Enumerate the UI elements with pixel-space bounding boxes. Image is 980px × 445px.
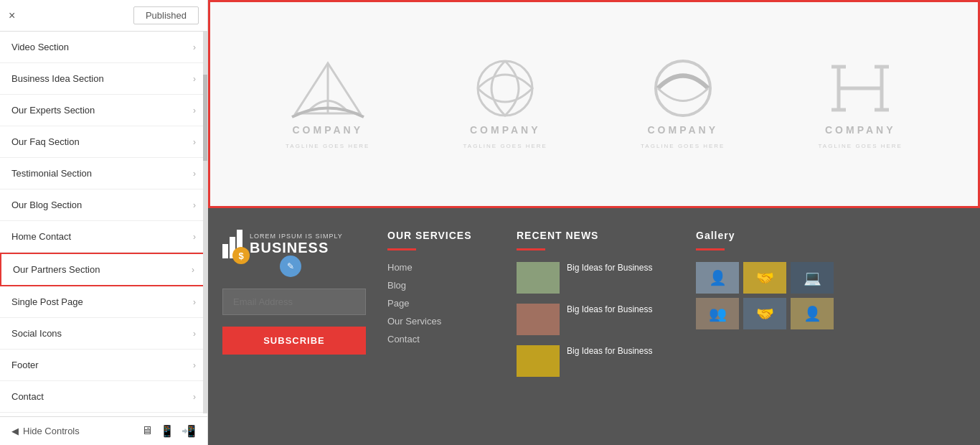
brand-subtitle: LOREM IPSUM IS SIMPLY [250,233,343,240]
brand-logo: $ LOREM IPSUM IS SIMPLY BUSINESS [222,230,366,258]
hide-controls-button[interactable]: ◀ Hide Controls [11,426,80,436]
chevron-icon: › [193,169,196,179]
bar1 [222,244,228,258]
bar3: $ [237,230,242,258]
brand-title: BUSINESS [250,240,343,256]
chevron-icon: › [193,42,196,52]
gallery-thumb-inner: 👥 [696,298,739,329]
service-link[interactable]: Contact [387,334,495,345]
footer-brand-column: $ LOREM IPSUM IS SIMPLY BUSINESS ✎ SUBSC… [222,230,366,431]
service-link[interactable]: Blog [387,280,495,291]
company-name-2: COMPANY [470,124,541,136]
chevron-icon: › [192,265,194,275]
news-title[interactable]: Big Ideas for Business [567,304,652,316]
sidebar-item-social-icons[interactable]: Social Icons› [0,318,207,350]
edit-icon[interactable]: ✎ [280,256,301,277]
news-thumb-inner [517,262,560,294]
footer-news-column: RECENT NEWS Big Ideas for Business Big I… [517,230,674,431]
sidebar-item-contact[interactable]: Contact› [0,381,207,413]
sidebar-item-business-idea-section[interactable]: Business Idea Section› [0,63,207,95]
sidebar-item-home-contact[interactable]: Home Contact› [0,221,207,253]
gallery-thumb-inner: 🤝 [743,262,786,294]
sidebar-item-single-post-page[interactable]: Single Post Page› [0,286,207,318]
gallery-thumb-inner: 🤝 [743,298,786,329]
sidebar-item-our-blog-section[interactable]: Our Blog Section› [0,189,207,221]
sidebar-item-label: Video Section [11,42,69,52]
news-item: Big Ideas for Business [517,262,674,294]
sidebar-item-label: Home Contact [11,231,71,242]
sidebar-item-label: Contact [11,391,44,402]
brand-text: LOREM IPSUM IS SIMPLY BUSINESS [250,233,343,256]
sidebar-footer: ◀ Hide Controls 🖥 📱 📲 [0,416,207,445]
chevron-icon: › [193,329,196,339]
gallery-thumb-inner: 💻 [791,262,834,294]
footer-services-column: OUR SERVICES HomeBlogPageOur ServicesCon… [387,230,495,431]
gallery-thumb[interactable]: 👤 [696,262,739,294]
gallery-thumb[interactable]: 💻 [791,262,834,294]
device-icons: 🖥 📱 📲 [141,424,196,438]
partners-section: COMPANY TAGLINE GOES HERE COMPANY TAGLIN… [208,0,980,208]
sidebar-item-label: Business Idea Section [11,73,104,84]
company-logo-4: COMPANY TAGLINE GOES HERE [819,60,903,149]
company-name-3: COMPANY [647,124,718,136]
company-name-4: COMPANY [825,124,896,136]
published-button[interactable]: Published [133,6,199,24]
sidebar-item-label: Social Icons [11,328,62,339]
news-item: Big Ideas for Business [517,345,674,377]
sidebar-item-footer[interactable]: Footer› [0,350,207,381]
company-tagline-1: TAGLINE GOES HERE [286,143,369,149]
brand-icon: $ [222,230,242,258]
sidebar-item-our-faq-section[interactable]: Our Faq Section› [0,126,207,158]
gallery-thumb[interactable]: 👤 [791,298,834,329]
desktop-icon[interactable]: 🖥 [141,424,153,438]
gallery-thumb[interactable]: 🤝 [743,298,786,329]
svg-point-3 [656,61,710,116]
company-tagline-2: TAGLINE GOES HERE [463,143,547,149]
email-input[interactable] [222,289,366,315]
sidebar-item-label: Our Faq Section [11,136,80,147]
service-link[interactable]: Home [387,262,495,273]
chevron-icon: › [193,137,196,147]
mobile-icon[interactable]: 📲 [182,424,196,438]
company-logo-1: COMPANY TAGLINE GOES HERE [286,60,369,149]
close-button[interactable]: × [9,9,15,22]
news-title[interactable]: Big Ideas for Business [567,345,652,357]
chevron-icon: › [193,200,196,210]
sidebar-item-label: Our Partners Section [13,264,100,275]
sidebar-item-our-experts-section[interactable]: Our Experts Section› [0,95,207,126]
company-tagline-4: TAGLINE GOES HERE [819,143,903,149]
company-tagline-3: TAGLINE GOES HERE [641,143,725,149]
chevron-icon: › [193,74,196,84]
sidebar-scroll-thumb[interactable] [203,75,207,161]
gallery-thumb[interactable]: 👥 [696,298,739,329]
subscribe-button[interactable]: SUBSCRIBE [222,327,366,355]
news-title[interactable]: Big Ideas for Business [567,262,652,274]
company-logo-2: COMPANY TAGLINE GOES HERE [463,60,547,149]
sidebar-scrollbar[interactable] [203,32,207,413]
sidebar: × Published Video Section›Business Idea … [0,0,208,445]
sidebar-items-list: Video Section›Business Idea Section›Our … [0,32,207,416]
company-logo-3: COMPANY TAGLINE GOES HERE [641,60,725,149]
news-thumbnail [517,345,560,377]
footer-gallery-column: Gallery 👤🤝💻👥🤝👤 [696,230,958,431]
hide-controls-label: Hide Controls [23,426,80,436]
sidebar-item-testimonial-section[interactable]: Testimonial Section› [0,158,207,189]
sidebar-item-label: Testimonial Section [11,168,92,179]
service-link[interactable]: Page [387,298,495,309]
chevron-icon: › [193,297,196,307]
arrow-left-icon: ◀ [11,426,19,436]
tablet-icon[interactable]: 📱 [160,424,174,438]
news-title: RECENT NEWS [517,230,674,241]
services-title: OUR SERVICES [387,230,495,241]
sidebar-item-video-section[interactable]: Video Section› [0,32,207,63]
news-thumb-inner [517,304,560,335]
gallery-divider [696,248,725,250]
sidebar-item-label: Our Experts Section [11,105,95,116]
news-item: Big Ideas for Business [517,304,674,335]
sidebar-item-our-partners-section[interactable]: Our Partners Section› [0,253,207,286]
gallery-thumb[interactable]: 🤝 [743,262,786,294]
news-thumbnail [517,304,560,335]
service-link[interactable]: Our Services [387,316,495,327]
news-items-list: Big Ideas for Business Big Ideas for Bus… [517,262,674,377]
news-thumb-inner [517,345,560,377]
